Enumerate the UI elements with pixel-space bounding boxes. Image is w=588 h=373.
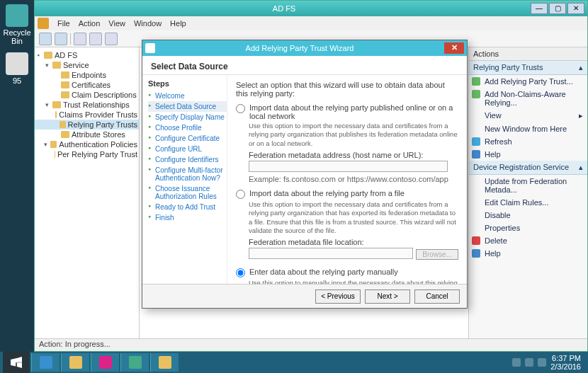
clock-date: 2/3/2016: [550, 362, 581, 371]
federation-metadata-address-input[interactable]: [249, 161, 448, 172]
start-button[interactable]: [3, 352, 30, 373]
action-help[interactable]: Help: [469, 247, 587, 260]
tree-auth-policies[interactable]: ▾Authentication Policies: [35, 139, 139, 149]
menu-file[interactable]: File: [57, 19, 70, 28]
toolbar-button[interactable]: [89, 33, 102, 45]
tree-attribute-stores[interactable]: Attribute Stores: [35, 130, 139, 139]
app-icon: [129, 356, 142, 369]
action-properties[interactable]: Properties: [469, 222, 587, 234]
delete-icon: [472, 236, 480, 245]
tray-icon[interactable]: [525, 358, 533, 367]
wizard-dialog: Add Relying Party Trust Wizard ✕ Select …: [142, 40, 468, 309]
taskbar-item[interactable]: [31, 353, 60, 372]
mmc-titlebar: AD FS — ▢ ✕: [35, 1, 587, 16]
taskbar-item[interactable]: [150, 353, 179, 372]
step-welcome[interactable]: Welcome: [148, 91, 227, 101]
step-profile[interactable]: Choose Profile: [148, 122, 227, 133]
action-add-non-claims-aware[interactable]: Add Non-Claims-Aware Relying...: [469, 88, 587, 109]
collapse-icon[interactable]: ▴: [579, 163, 583, 172]
collapse-icon[interactable]: ▴: [579, 63, 583, 72]
folder-icon: [55, 111, 57, 118]
maximize-button[interactable]: ▢: [549, 3, 566, 14]
tree-relying-party-trusts[interactable]: Relying Party Trusts: [35, 120, 139, 130]
step-certificate[interactable]: Configure Certificate: [148, 133, 227, 144]
folder-icon: [52, 101, 61, 108]
action-help[interactable]: Help: [469, 148, 587, 161]
tree-root[interactable]: ▪AD FS: [35, 50, 139, 60]
step-display-name[interactable]: Specify Display Name: [148, 112, 227, 122]
menu-action[interactable]: Action: [79, 19, 101, 28]
step-url[interactable]: Configure URL: [148, 144, 227, 154]
tree-label: Relying Party Trusts: [68, 120, 137, 129]
field-label: Federation metadata file location:: [249, 238, 458, 246]
folder-icon: [50, 141, 57, 148]
step-identifiers[interactable]: Configure Identifiers: [148, 154, 227, 165]
explorer-icon: [69, 356, 82, 369]
menu-view[interactable]: View: [108, 19, 125, 28]
action-disable[interactable]: Disable: [469, 209, 587, 222]
step-ready[interactable]: Ready to Add Trust: [148, 202, 227, 212]
option-import-online: Import data about the relying party publ…: [236, 103, 458, 183]
windows-logo-icon: [11, 357, 22, 368]
field-label: Federation metadata address (host name o…: [249, 151, 458, 159]
desktop-icon-label: Recycle Bin: [3, 28, 31, 45]
option-import-file: Import data about the relying party from…: [236, 189, 458, 262]
tree-label: Trust Relationships: [63, 101, 130, 109]
nav-back-button[interactable]: [39, 33, 52, 45]
radio-import-file[interactable]: [236, 190, 245, 199]
app-icon: [159, 356, 171, 369]
tree-per-relying-party-trust[interactable]: Per Relying Party Trust: [35, 149, 139, 159]
taskbar-item[interactable]: [91, 353, 119, 372]
toolbar-button[interactable]: [105, 33, 118, 45]
action-edit-claim-rules[interactable]: Edit Claim Rules...: [469, 196, 587, 209]
mmc-menubar: File Action View Window Help: [35, 16, 587, 30]
action-add-relying-party-trust[interactable]: Add Relying Party Trust...: [469, 75, 587, 88]
action-new-window[interactable]: New Window from Here: [469, 122, 587, 135]
taskbar-item[interactable]: [61, 353, 89, 372]
action-view[interactable]: View▸: [469, 109, 587, 122]
menu-window[interactable]: Window: [134, 19, 162, 28]
tree-label: Service: [63, 61, 89, 69]
app-icon: [99, 356, 112, 369]
action-delete[interactable]: Delete: [469, 234, 587, 247]
toolbar-button[interactable]: [74, 33, 86, 45]
wizard-close-button[interactable]: ✕: [444, 42, 464, 54]
tray-icon[interactable]: [512, 358, 521, 367]
tree-pane: ▪AD FS ▾Service Endpoints Certificates C…: [35, 47, 140, 338]
option-description: Use this option to manually input the ne…: [249, 279, 458, 284]
tree-label: Endpoints: [72, 71, 106, 79]
actions-header: Actions: [469, 47, 587, 61]
step-select-data-source[interactable]: Select Data Source: [148, 101, 227, 112]
close-button[interactable]: ✕: [567, 3, 584, 14]
tree-claim-descriptions[interactable]: Claim Descriptions: [35, 90, 139, 100]
tree-certificates[interactable]: Certificates: [35, 80, 139, 90]
previous-button[interactable]: < Previous: [315, 289, 361, 304]
tree-service[interactable]: ▾Service: [35, 60, 139, 70]
nav-forward-button[interactable]: [55, 33, 67, 45]
radio-enter-manually[interactable]: [236, 268, 245, 277]
action-update-federation-metadata[interactable]: Update from Federation Metada...: [469, 175, 587, 196]
browse-button[interactable]: Browse...: [416, 249, 458, 260]
desktop-icon-recycle-bin[interactable]: Recycle Bin: [3, 4, 31, 45]
federation-metadata-file-input[interactable]: [249, 248, 413, 259]
step-finish[interactable]: Finish: [148, 212, 227, 223]
action-refresh[interactable]: Refresh: [469, 135, 587, 148]
tree-endpoints[interactable]: Endpoints: [35, 70, 139, 80]
taskbar-item[interactable]: [120, 353, 149, 372]
wizard-titlebar: Add Relying Party Trust Wizard ✕: [142, 40, 467, 56]
folder-icon: [52, 62, 61, 69]
tree-trust-relationships[interactable]: ▾Trust Relationships: [35, 100, 139, 110]
field-example: Example: fs.contoso.com or https://www.c…: [249, 175, 458, 183]
minimize-button[interactable]: —: [531, 3, 548, 14]
menu-help[interactable]: Help: [170, 19, 186, 28]
tree-claims-provider-trusts[interactable]: Claims Provider Trusts: [35, 110, 139, 120]
step-issuance[interactable]: Choose Issuance Authorization Rules: [148, 183, 227, 202]
tray-icon[interactable]: [538, 358, 546, 367]
wizard-icon: [145, 43, 155, 53]
next-button[interactable]: Next >: [365, 289, 410, 304]
desktop-icon-95[interactable]: 95: [3, 52, 31, 85]
cancel-button[interactable]: Cancel: [414, 289, 460, 304]
radio-import-online[interactable]: [236, 104, 245, 113]
step-mfa[interactable]: Configure Multi-factor Authentication No…: [148, 165, 227, 183]
clock[interactable]: 6:37 PM 2/3/2016: [550, 354, 581, 371]
